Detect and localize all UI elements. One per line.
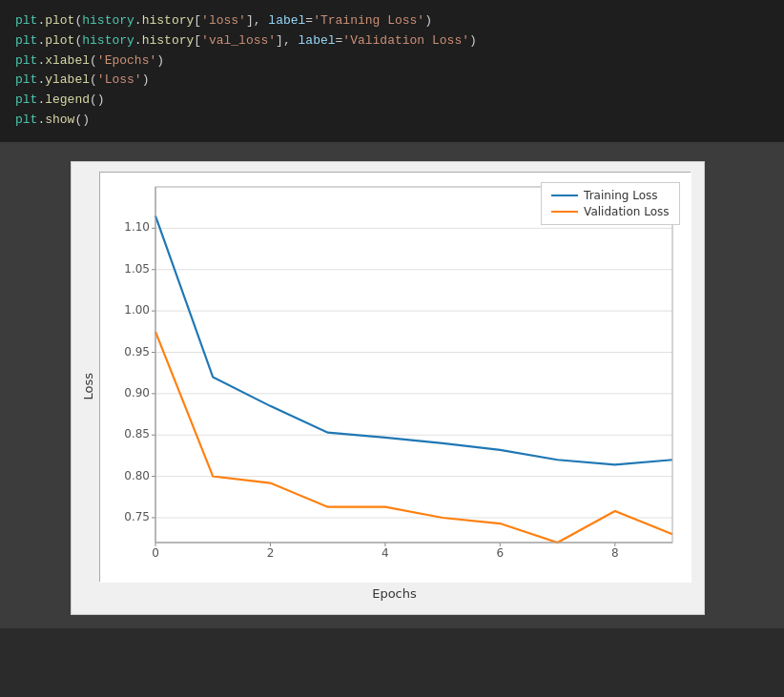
code-line: plt.plot(history.history['val_loss'], la… [15, 31, 769, 51]
legend-label-validation: Validation Loss [584, 205, 669, 218]
legend-line-validation [551, 211, 578, 213]
legend-item-training: Training Loss [551, 189, 669, 202]
chart-container: Loss Training Loss Validation Loss [81, 172, 691, 601]
legend-item-validation: Validation Loss [551, 205, 669, 218]
chart-area: Training Loss Validation Loss [99, 172, 691, 582]
y-axis-label: Loss [81, 373, 95, 400]
code-line: plt.ylabel('Loss') [15, 71, 769, 91]
x-axis-label: Epochs [372, 586, 417, 601]
code-line: plt.show() [15, 111, 769, 131]
legend-label-training: Training Loss [584, 189, 657, 202]
chart-legend: Training Loss Validation Loss [541, 182, 679, 225]
chart-canvas [100, 173, 691, 583]
code-line: plt.xlabel('Epochs') [15, 51, 769, 72]
chart-section: Loss Training Loss Validation Loss [0, 144, 784, 628]
code-block: plt.plot(history.history['loss'], label=… [0, 0, 784, 144]
code-line: plt.plot(history.history['loss'], label=… [15, 11, 769, 31]
chart-inner: Training Loss Validation Loss Epochs [99, 172, 691, 601]
code-line: plt.legend() [15, 91, 769, 111]
legend-line-training [551, 195, 578, 196]
chart-outer: Loss Training Loss Validation Loss [71, 161, 705, 615]
